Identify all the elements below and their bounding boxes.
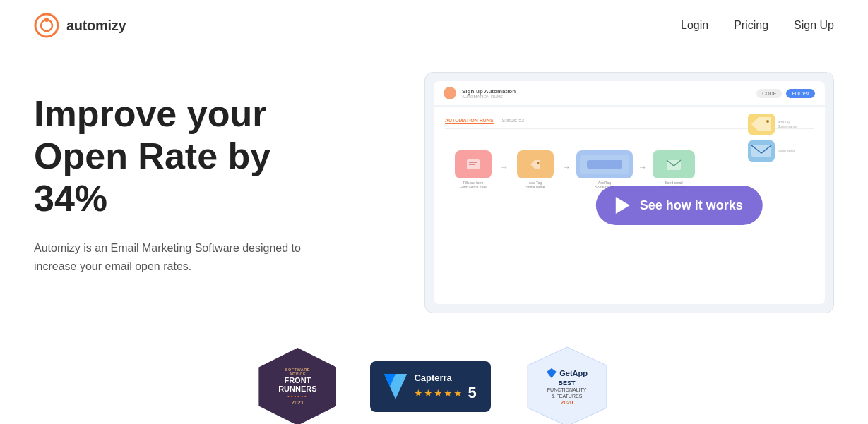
flow-node-2: Add TagSome name — [514, 150, 557, 189]
capterra-rating-row: ★★★★★ 5 — [414, 384, 476, 402]
capterra-brand-name: Capterra — [414, 372, 451, 383]
node-tag1-label: Add TagSome name — [514, 181, 557, 189]
badge-sa-dots: •••••• — [287, 393, 308, 399]
mockup-subtitle: AUTOMATION RUNS — [462, 95, 516, 99]
connector-2: → — [562, 162, 571, 172]
nav-links: Login Pricing Sign Up — [681, 19, 834, 32]
capterra-score: 5 — [468, 384, 476, 402]
getapp-content: GetApp BEST FUNCTIONALITY & FEATURES 202… — [546, 368, 588, 406]
svg-point-0 — [35, 14, 58, 37]
hero-left: Improve your Open Rate by 34% Automizy i… — [34, 72, 331, 276]
mockup-run-tab[interactable]: Full test — [786, 89, 815, 98]
svg-point-6 — [537, 162, 540, 164]
logo-text: automizy — [66, 18, 126, 34]
flow-node-3: Add TagSome name — [576, 150, 633, 189]
nav-signup[interactable]: Sign Up — [794, 19, 834, 32]
nav-login[interactable]: Login — [681, 19, 708, 32]
getapp-logo-row: GetApp — [546, 368, 588, 379]
capterra-flag-area — [384, 374, 407, 399]
play-label: See how it works — [640, 198, 743, 213]
node-tag2 — [576, 150, 633, 178]
capterra-text-area: Capterra ★★★★★ 5 — [414, 371, 476, 402]
badges-section: Software Advice FRONTRUNNERS •••••• 2021… — [0, 327, 868, 424]
hero-title: Improve your Open Rate by 34% — [34, 93, 331, 219]
upper-node-label-1: Add TagSome name — [778, 120, 797, 128]
mockup-logo-icon — [444, 87, 456, 99]
upper-node-row-2: Send email — [748, 140, 797, 162]
mockup-topbar: Sign-up Automation AUTOMATION RUNS CODE … — [434, 81, 825, 105]
mockup-tab-runs[interactable]: AUTOMATION RUNS — [445, 118, 494, 124]
badge-sa-main: FRONTRUNNERS — [278, 376, 316, 393]
hero-section: Improve your Open Rate by 34% Automizy i… — [0, 51, 868, 327]
mockup-canvas: AUTOMATION RUNS Status: 53 Fills out for… — [434, 107, 825, 304]
node-form-label: Fills out formForm Name here — [452, 181, 494, 189]
badge-sa-inner: Software Advice FRONTRUNNERS •••••• 2021 — [278, 368, 316, 406]
nav-pricing[interactable]: Pricing — [734, 19, 768, 32]
upper-node-blue — [748, 140, 775, 162]
mockup-topbar-right: CODE Full test — [756, 89, 815, 98]
play-icon — [616, 197, 630, 214]
badge-getapp: GetApp BEST FUNCTIONALITY & FEATURES 202… — [525, 344, 610, 424]
getapp-features-label: & FEATURES — [552, 394, 582, 399]
upper-nodes: Add TagSome name Send email — [748, 114, 797, 162]
mockup-tab-status[interactable]: Status: 53 — [502, 118, 525, 124]
node-email — [653, 150, 695, 178]
upper-node-label-2: Send email — [778, 149, 795, 153]
upper-node-row-1: Add TagSome name — [748, 114, 797, 135]
getapp-func-label: FUNCTIONALITY — [547, 387, 587, 393]
mockup-code-tab[interactable]: CODE — [756, 89, 782, 98]
play-button[interactable]: See how it works — [596, 186, 763, 225]
flow-node-1: Fills out formForm Name here — [452, 150, 494, 189]
svg-point-8 — [766, 120, 769, 123]
node-form — [455, 150, 492, 178]
connector-1: → — [500, 162, 509, 172]
node-tag1 — [517, 150, 554, 178]
flow-node-4: Send emailEmail name here — [653, 150, 695, 189]
upper-node-yellow — [748, 114, 775, 135]
getapp-gem-icon — [546, 368, 557, 379]
logo[interactable]: automizy — [34, 13, 126, 38]
hero-description: Automizy is an Email Marketing Software … — [34, 239, 302, 275]
capterra-stars: ★★★★★ — [414, 387, 463, 399]
getapp-brand-name: GetApp — [559, 369, 588, 377]
hero-right: Sign-up Automation AUTOMATION RUNS CODE … — [424, 72, 834, 313]
badge-sa-year: 2021 — [291, 399, 304, 406]
mockup-title-area: Sign-up Automation AUTOMATION RUNS — [462, 88, 516, 99]
mockup-automation-title: Sign-up Automation — [462, 88, 516, 95]
logo-icon — [34, 13, 59, 38]
svg-point-2 — [44, 18, 49, 22]
badge-software-advice: Software Advice FRONTRUNNERS •••••• 2021 — [258, 348, 336, 424]
badge-capterra: Capterra ★★★★★ 5 — [370, 361, 490, 412]
capterra-icon — [384, 374, 407, 399]
connector-3: → — [638, 162, 647, 172]
getapp-year: 2020 — [561, 399, 573, 406]
mockup-topbar-left: Sign-up Automation AUTOMATION RUNS — [444, 87, 516, 99]
navbar: automizy Login Pricing Sign Up — [0, 0, 868, 51]
app-mockup: Sign-up Automation AUTOMATION RUNS CODE … — [424, 72, 834, 313]
svg-marker-14 — [547, 368, 557, 378]
getapp-best-label: BEST — [559, 380, 576, 387]
